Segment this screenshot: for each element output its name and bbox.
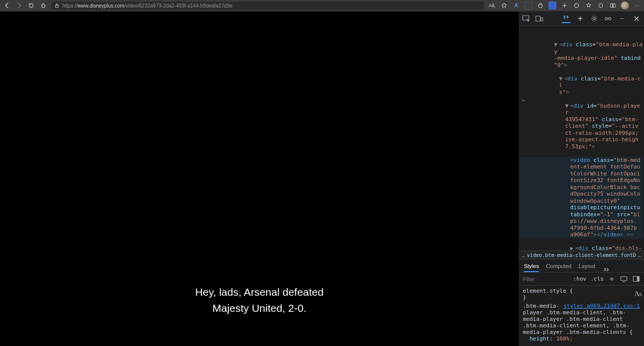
favorites-icon[interactable] xyxy=(585,2,593,10)
styles-toolbar: :hov .cls + xyxy=(519,273,644,286)
hov-toggle[interactable]: :hov xyxy=(573,276,587,282)
new-style-rule-icon[interactable]: + xyxy=(608,275,616,283)
caption-line-2: Majesty United, 2-0. xyxy=(0,300,519,316)
svg-rect-5 xyxy=(523,16,529,20)
stylesheet-link[interactable]: styles.a069…21dd7.css:1 xyxy=(564,303,640,309)
styles-tabs-overflow-icon[interactable] xyxy=(603,267,609,272)
video-player[interactable]: Hey, lads, Arsenal defeated Majesty Unit… xyxy=(0,12,519,346)
split-screen-icon[interactable] xyxy=(609,2,617,10)
svg-rect-7 xyxy=(541,18,543,21)
extension-1-icon[interactable] xyxy=(524,2,532,10)
tree-overflow-icon[interactable]: ⋯ xyxy=(522,97,525,104)
font-size-icon[interactable]: AA xyxy=(634,291,641,298)
devtools-toolbar: + ⋯ xyxy=(519,12,644,26)
forward-button[interactable] xyxy=(15,2,23,10)
caption-line-1: Hey, lads, Arsenal defeated xyxy=(0,284,519,300)
devtools-close-icon[interactable] xyxy=(632,14,641,23)
svg-point-10 xyxy=(609,17,611,20)
svg-rect-0 xyxy=(55,6,58,8)
svg-rect-2 xyxy=(599,4,603,8)
element-style-rule[interactable]: element.style { } xyxy=(523,288,640,301)
read-aloud-text[interactable]: Aâ‚ xyxy=(488,2,496,10)
tab-computed[interactable]: Computed xyxy=(546,263,572,272)
tab-layout[interactable]: Layout xyxy=(579,263,595,272)
css-rule-1[interactable]: styles.a069…21dd7.css:1 .btm-media-playe… xyxy=(523,303,640,342)
cls-toggle[interactable]: .cls xyxy=(591,276,604,282)
activity-icon[interactable] xyxy=(604,14,613,23)
svg-rect-11 xyxy=(621,277,627,281)
star-icon[interactable] xyxy=(500,2,508,10)
collections-icon[interactable] xyxy=(560,2,569,10)
svg-rect-6 xyxy=(536,16,540,21)
devtools-panel: + ⋯ ⋯ ▼<div class="btm-media-play -media… xyxy=(519,12,644,346)
breadcrumb-prev[interactable]: … xyxy=(522,252,525,258)
inspect-element-icon[interactable] xyxy=(522,14,531,23)
breadcrumb[interactable]: … video.btm-media-client-element.fontD … xyxy=(519,250,644,260)
toggle-pane-icon[interactable] xyxy=(632,275,640,283)
settings-gear-icon[interactable] xyxy=(590,14,599,23)
svg-rect-3 xyxy=(611,4,613,8)
shopping-icon[interactable] xyxy=(536,2,544,10)
home-button[interactable] xyxy=(39,2,47,10)
elements-tree[interactable]: ⋯ ▼<div class="btm-media-play -media-pla… xyxy=(519,26,644,250)
svg-rect-13 xyxy=(637,277,639,282)
address-bar[interactable]: https://www.disneyplus.com/video/6232a97… xyxy=(51,2,484,10)
breadcrumb-next[interactable]: … xyxy=(638,252,641,258)
url-text: https://www.disneyplus.com/video/6232a97… xyxy=(62,3,232,9)
svg-point-9 xyxy=(605,17,608,20)
styles-tab-strip: Styles Computed Layout xyxy=(519,260,644,273)
refresh-button[interactable] xyxy=(27,2,35,10)
translate-icon[interactable] xyxy=(512,2,520,10)
extension-2-icon[interactable] xyxy=(548,2,556,10)
more-menu-icon[interactable]: ⋯ xyxy=(633,2,641,10)
lock-icon xyxy=(54,3,59,8)
svg-point-1 xyxy=(575,4,579,8)
new-tab-icon[interactable]: + xyxy=(576,14,585,23)
video-caption: Hey, lads, Arsenal defeated Majesty Unit… xyxy=(0,284,519,316)
workspace: Hey, lads, Arsenal defeated Majesty Unit… xyxy=(0,12,644,346)
computed-styles-icon[interactable] xyxy=(620,275,628,283)
sync-icon[interactable] xyxy=(573,2,581,10)
devtools-more-icon[interactable]: ⋯ xyxy=(618,14,627,23)
extensions-icon[interactable] xyxy=(597,2,605,10)
tab-styles[interactable]: Styles xyxy=(524,263,539,272)
svg-rect-4 xyxy=(613,4,615,8)
styles-rules[interactable]: AA element.style { } styles.a069…21dd7.c… xyxy=(519,286,644,346)
back-button[interactable] xyxy=(3,2,11,10)
breadcrumb-current[interactable]: video.btm-media-client-element.fontD xyxy=(527,252,636,258)
browser-toolbar: https://www.disneyplus.com/video/6232a97… xyxy=(0,0,644,12)
styles-filter-input[interactable] xyxy=(523,276,553,282)
profile-avatar[interactable] xyxy=(621,2,629,10)
svg-point-8 xyxy=(593,18,595,20)
device-toolbar-icon[interactable] xyxy=(535,14,544,23)
panel-overflow-icon[interactable] xyxy=(561,14,571,23)
